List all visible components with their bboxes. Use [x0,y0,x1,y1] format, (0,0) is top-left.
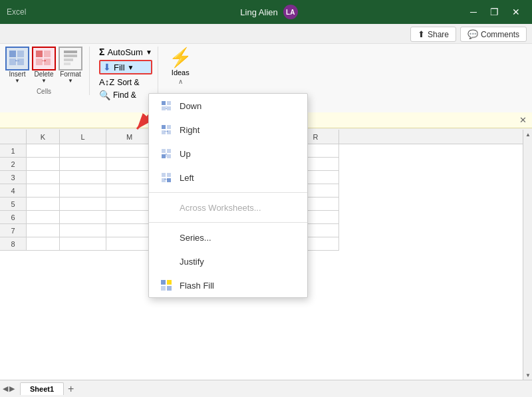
restore-button[interactable]: ❐ [485,5,504,19]
prev-sheet-button[interactable]: ◀ [3,384,8,393]
scroll-down-arrow[interactable]: ▼ [523,370,532,380]
comments-icon: 💬 [467,29,478,39]
row-number: 7 [0,224,27,237]
fill-right-icon: → [160,123,173,136]
cell[interactable] [27,224,60,237]
next-sheet-button[interactable]: ▶ [9,384,15,393]
window-title: Ling Alien [240,7,277,17]
cell[interactable] [106,144,153,158]
notification-close[interactable]: ✕ [519,115,527,125]
svg-text:→: → [164,128,170,134]
share-icon: ⬆ [418,29,425,39]
cell[interactable] [27,211,60,224]
fill-justify-icon [160,255,173,268]
fill-series-item[interactable]: Series... [149,225,307,249]
row-number: 8 [0,237,27,251]
autosum-button[interactable]: Σ AutoSum ▼ [99,47,152,57]
cell[interactable] [60,224,106,237]
cell[interactable] [106,211,153,224]
svg-text:←: ← [164,176,170,182]
svg-rect-36 [167,280,172,285]
cell[interactable] [106,198,153,211]
cell[interactable] [60,171,106,184]
svg-rect-11 [64,55,77,57]
svg-rect-35 [161,280,166,285]
divider-2 [149,222,307,223]
svg-rect-37 [161,286,166,291]
scroll-track [523,139,532,370]
comments-button[interactable]: 💬 Comments [460,27,527,42]
fill-down-icon: ↓ [160,99,173,112]
fill-series-icon [160,231,173,244]
scrollbar-right[interactable]: ▲ ▼ [523,130,532,380]
svg-rect-12 [64,59,73,61]
format-button[interactable]: Format ▼ [59,47,82,84]
user-avatar: LA [283,5,298,19]
col-k: K [27,130,60,144]
row-number: 3 [0,171,27,184]
fill-justify-label: Justify [180,257,204,267]
svg-rect-38 [167,286,172,291]
find-button[interactable]: 🔍 Find & [99,90,152,100]
svg-text:→: → [41,57,47,64]
sort-button[interactable]: A↕Z Sort & [99,77,152,87]
cell[interactable] [106,184,153,198]
fill-right-item[interactable]: → Right [149,118,307,142]
cell[interactable] [106,171,153,184]
fill-up-item[interactable]: ↑ Up [149,142,307,166]
cell[interactable] [60,144,106,158]
scroll-up-arrow[interactable]: ▲ [523,130,532,139]
cell[interactable] [106,237,153,251]
divider-1 [149,192,307,193]
editing-group: Σ AutoSum ▼ ⬇ Fill ▼ A↕Z Sort & 🔍 Find & [94,47,158,100]
minimize-button[interactable]: ─ [465,5,482,19]
fill-flash-icon [160,279,173,292]
cell[interactable] [27,158,60,171]
row-number: 2 [0,158,27,171]
title-center: Ling Alien LA [240,5,297,19]
col-l: L [60,130,106,144]
corner-header [0,130,27,144]
insert-button[interactable]: ← Insert ▼ [5,47,29,84]
cell[interactable] [60,237,106,251]
cell[interactable] [27,237,60,251]
cell[interactable] [27,198,60,211]
sheet-tab-bar: ◀ ▶ Sheet1 + [0,380,532,397]
row-number: 6 [0,211,27,224]
fill-across-icon [160,201,173,214]
cell[interactable] [27,171,60,184]
fill-flash-item[interactable]: Flash Fill [149,273,307,297]
cell[interactable] [27,184,60,198]
sheet-nav-buttons: ◀ ▶ [3,384,15,393]
cell[interactable] [60,184,106,198]
fill-across-label: Across Worksheets... [180,203,261,213]
cell[interactable] [60,211,106,224]
row-number: 5 [0,198,27,211]
cell[interactable] [60,158,106,171]
cell[interactable] [60,198,106,211]
close-button[interactable]: ✕ [507,5,525,19]
add-sheet-button[interactable]: + [68,383,74,395]
ribbon-top: ⬆ Share 💬 Comments [0,24,532,44]
share-button[interactable]: ⬆ Share [410,27,456,42]
fill-up-icon: ↑ [160,147,173,160]
ideas-icon: ⚡ [169,47,192,68]
fill-left-label: Left [180,173,194,183]
row-number: 4 [0,184,27,198]
fill-across-item: Across Worksheets... [149,196,307,219]
fill-flash-label: Flash Fill [180,281,214,291]
fill-right-label: Right [180,125,200,135]
fill-down-item[interactable]: ↓ Down [149,94,307,118]
fill-justify-item[interactable]: Justify [149,249,307,273]
fill-button[interactable]: ⬇ Fill ▼ [99,60,152,74]
cell[interactable] [27,144,60,158]
cell[interactable] [106,158,153,171]
window-controls: ─ ❐ ✕ [465,5,525,19]
row-number: 1 [0,144,27,158]
ideas-button[interactable]: ⚡ Ideas ∧ [162,47,199,85]
app-name: Excel [7,7,73,17]
sheet-tab-sheet1[interactable]: Sheet1 [20,382,64,395]
fill-left-item[interactable]: ← Left [149,166,307,190]
cell[interactable] [106,224,153,237]
delete-button[interactable]: → Delete ▼ [32,47,56,84]
